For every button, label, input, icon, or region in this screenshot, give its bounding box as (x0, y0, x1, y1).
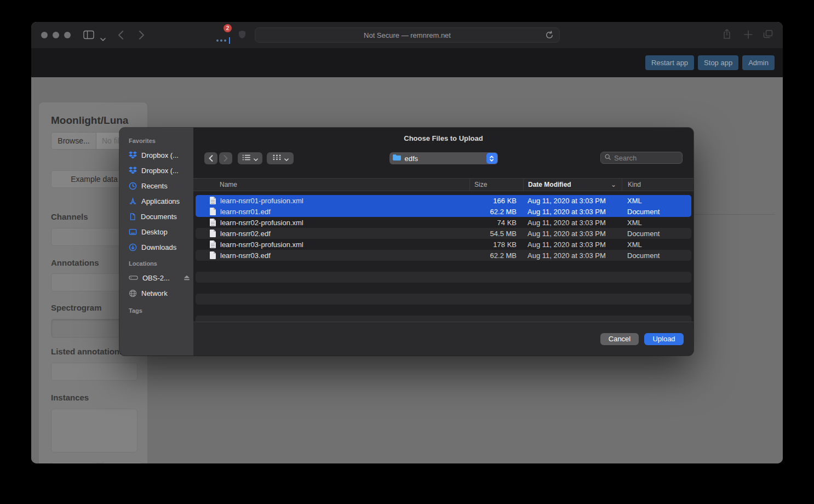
file-name: learn-nsrr01-profusion.xml (220, 197, 303, 205)
sidebar-item-applications[interactable]: Applications (129, 193, 193, 209)
file-icon (210, 208, 216, 215)
table-row[interactable]: learn-nsrr01-profusion.xml 166 KB Aug 11… (196, 195, 691, 206)
dropbox-icon (129, 167, 137, 174)
file-date: Aug 11, 2020 at 3:03 PM (523, 230, 622, 238)
file-upload-dialog: Favorites Dropbox (... Dropbox (... Rece… (119, 128, 693, 356)
drive-icon (129, 274, 138, 282)
table-row[interactable]: learn-nsrr02-profusion.xml 74 KB Aug 11,… (196, 217, 691, 228)
group-view-button[interactable] (267, 152, 294, 164)
chevron-down-icon[interactable] (100, 33, 106, 43)
shield-icon[interactable] (238, 30, 246, 41)
sidebar-item-label: Downloads (141, 243, 176, 251)
file-name: learn-nsrr02-profusion.xml (220, 219, 303, 227)
reload-icon[interactable] (545, 31, 554, 41)
traffic-light-zoom[interactable] (64, 32, 71, 38)
address-bar[interactable]: Not Secure — remnrem.net (255, 27, 560, 43)
chevron-down-icon (284, 153, 289, 163)
re-epoch-button[interactable]: Re-epoch (51, 462, 98, 463)
table-row[interactable]: learn-nsrr01.edf 62.2 MB Aug 11, 2020 at… (196, 206, 691, 217)
empty-row (196, 316, 691, 322)
file-size: 74 KB (469, 219, 523, 227)
clock-icon (129, 182, 137, 190)
file-name: learn-nsrr03-profusion.xml (220, 240, 303, 249)
table-row[interactable]: learn-nsrr03-profusion.xml 178 KB Aug 11… (196, 239, 691, 250)
cancel-button[interactable]: Cancel (600, 333, 639, 345)
back-icon[interactable] (118, 30, 124, 42)
document-icon (129, 213, 136, 221)
sidebar-item-label: OBS-2... (142, 274, 170, 282)
file-date: Aug 11, 2020 at 3:03 PM (523, 197, 622, 205)
sidebar-item-documents[interactable]: Documents (129, 209, 193, 224)
sidebar-item-network[interactable]: Network (129, 285, 193, 301)
dialog-main: Choose Files to Upload (193, 128, 693, 356)
sidebar-item-label: Applications (141, 197, 180, 205)
search-input[interactable] (614, 154, 679, 162)
search-field[interactable] (600, 152, 683, 164)
upload-button[interactable]: Upload (644, 333, 684, 345)
file-size: 62.2 MB (469, 208, 523, 216)
column-header-kind[interactable]: Kind (622, 179, 693, 191)
forward-icon[interactable] (139, 30, 145, 42)
sidebar-item-desktop[interactable]: Desktop (129, 224, 193, 239)
dialog-footer: Cancel Upload (193, 322, 693, 356)
table-header: Name Size Date Modified ⌄ Kind (193, 178, 693, 191)
table-row[interactable]: learn-nsrr02.edf 54.5 MB Aug 11, 2020 at… (196, 228, 691, 239)
restart-app-button[interactable]: Restart app (645, 55, 694, 70)
search-icon (604, 153, 611, 163)
listed-annotations-select[interactable] (51, 363, 137, 381)
file-date: Aug 11, 2020 at 3:03 PM (523, 219, 622, 227)
column-header-date-modified[interactable]: Date Modified ⌄ (523, 179, 622, 191)
sidebar-item-recents[interactable]: Recents (129, 178, 193, 193)
empty-row (196, 294, 691, 305)
channels-label: Channels (51, 212, 88, 221)
traffic-light-minimize[interactable] (53, 32, 59, 38)
file-icon (210, 219, 216, 226)
browse-button[interactable]: Browse... (51, 132, 96, 150)
file-date: Aug 11, 2020 at 3:03 PM (523, 240, 622, 249)
stop-app-button[interactable]: Stop app (698, 55, 738, 70)
file-kind: Document (622, 251, 691, 260)
file-kind: XML (622, 240, 691, 249)
sidebar-item-dropbox-1[interactable]: Dropbox (... (129, 147, 193, 163)
desktop-icon (129, 228, 137, 236)
file-icon (210, 251, 216, 259)
refresh-button[interactable]: Refresh (102, 462, 142, 463)
new-tab-icon[interactable] (743, 30, 753, 42)
instances-box[interactable] (51, 409, 137, 453)
admin-button[interactable]: Admin (742, 55, 775, 70)
dialog-title: Choose Files to Upload (193, 128, 693, 142)
folder-icon (392, 153, 402, 163)
extensions-icon[interactable] (216, 37, 230, 44)
dialog-toolbar: edfs (204, 152, 683, 165)
dropbox-icon (129, 151, 137, 159)
eject-icon[interactable] (184, 275, 190, 281)
file-date: Aug 11, 2020 at 3:03 PM (523, 251, 622, 260)
sidebar-item-label: Dropbox (... (141, 167, 179, 175)
tab-overview-icon[interactable] (763, 30, 773, 41)
empty-row (196, 272, 691, 283)
table-row[interactable]: learn-nsrr03.edf 62.2 MB Aug 11, 2020 at… (196, 250, 691, 261)
traffic-light-close[interactable] (41, 32, 48, 38)
grid-view-icon (272, 153, 282, 163)
locations-header: Locations (129, 260, 193, 268)
column-header-name[interactable]: Name (193, 179, 469, 191)
instances-label: Instances (51, 393, 89, 402)
sidebar-item-label: Recents (141, 182, 168, 190)
list-view-button[interactable] (238, 152, 262, 164)
sidebar-item-obs-drive[interactable]: OBS-2... (129, 270, 193, 285)
column-header-size[interactable]: Size (469, 179, 523, 191)
sidebar-toggle-icon[interactable] (83, 30, 94, 42)
share-icon[interactable] (723, 28, 731, 42)
file-kind: Document (622, 230, 691, 238)
folder-name: edfs (405, 154, 419, 163)
browser-toolbar: 2 Not Secure — remnrem.net (31, 22, 783, 48)
empty-row (196, 261, 691, 272)
file-kind: Document (622, 208, 691, 216)
dialog-forward-button[interactable] (219, 152, 232, 164)
sidebar-item-downloads[interactable]: Downloads (129, 239, 193, 255)
app-header: Restart app Stop app Admin (31, 48, 783, 77)
sidebar-item-dropbox-2[interactable]: Dropbox (... (129, 163, 193, 178)
dialog-back-button[interactable] (204, 152, 217, 164)
file-size: 178 KB (469, 240, 523, 249)
folder-dropdown[interactable]: edfs (389, 152, 498, 164)
